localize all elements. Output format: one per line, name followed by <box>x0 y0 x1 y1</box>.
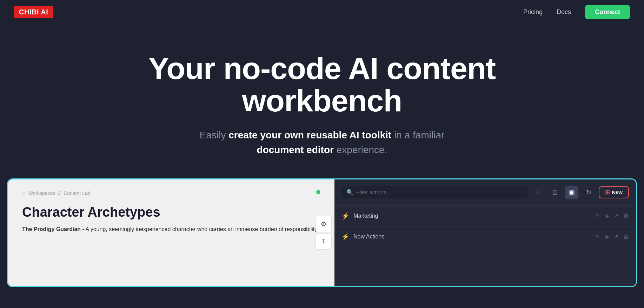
hero-title-line2: workbench <box>242 83 402 118</box>
connect-button[interactable]: Connect <box>585 5 630 19</box>
edit-icon-marketing[interactable]: ✎ <box>595 212 600 219</box>
breadcrumb-separator: // <box>58 190 61 196</box>
action-item-marketing[interactable]: ⚡ Marketing ✎ ◈ ↗ 🗑 <box>334 206 636 227</box>
hero-subtitle-bold1: create your own reusable AI toolkit <box>228 130 391 140</box>
settings-icon: ⚙ <box>321 220 326 228</box>
logo[interactable]: CHIBI AI <box>14 6 53 18</box>
hero-subtitle-bold2: document editor <box>257 144 334 155</box>
editor-toolbar: ⚙ T <box>313 213 334 253</box>
trash-icon-new-actions[interactable]: 🗑 <box>623 234 629 240</box>
layout-button[interactable]: ▣ <box>565 186 578 199</box>
cube-icon-marketing[interactable]: ◈ <box>605 212 609 219</box>
navbar: CHIBI AI Pricing Docs Connect <box>0 0 644 24</box>
body-bold: The Prodigy Guardian <box>22 226 81 232</box>
actions-toolbar: 🔍 ♡ ⊡ ▣ ↻ ⊞ New <box>334 179 636 206</box>
lightning-icon-new-actions: ⚡ <box>341 233 349 241</box>
editor-panel: ⌂ Workspaces // Content Lab Character Ar… <box>8 179 334 286</box>
refresh-button[interactable]: ↻ <box>582 186 595 199</box>
cube-icon-new-actions[interactable]: ◈ <box>605 233 609 240</box>
hero-section: Your no-code AI content workbench Easily… <box>0 24 644 178</box>
layout-icon: ▣ <box>569 189 575 196</box>
demo-window: ⌂ Workspaces // Content Lab Character Ar… <box>7 178 637 287</box>
document-title[interactable]: Character Archetypes <box>22 205 320 220</box>
settings-toolbar-button[interactable]: ⚙ <box>316 216 332 232</box>
action-icons-marketing: ✎ ◈ ↗ 🗑 <box>595 212 629 219</box>
breadcrumb-current: Content Lab <box>64 190 90 196</box>
folder-button[interactable]: ⊡ <box>548 186 562 199</box>
text-toolbar-button[interactable]: T <box>316 234 332 250</box>
heart-button[interactable]: ♡ <box>531 186 545 199</box>
hero-subtitle-prefix: Easily <box>200 130 228 140</box>
actions-panel: 🔍 ♡ ⊡ ▣ ↻ ⊞ New ⚡ Marketing <box>334 179 636 286</box>
export-icon-new-actions[interactable]: ↗ <box>614 233 618 240</box>
pricing-link[interactable]: Pricing <box>523 8 543 16</box>
hero-subtitle: Easily create your own reusable AI toolk… <box>14 128 630 157</box>
home-icon: ⌂ <box>22 190 26 196</box>
search-icon: 🔍 <box>346 189 353 196</box>
breadcrumb-workspaces: Workspaces <box>28 190 55 196</box>
online-indicator <box>316 190 320 194</box>
breadcrumb: ⌂ Workspaces // Content Lab <box>22 190 320 196</box>
text-icon: T <box>322 238 326 245</box>
hero-subtitle-middle: in a familiar <box>391 130 444 140</box>
lightning-icon-marketing: ⚡ <box>341 212 349 220</box>
action-item-new-actions[interactable]: ⚡ New Actions ✎ ◈ ↗ 🗑 <box>334 227 636 247</box>
edit-icon-new-actions[interactable]: ✎ <box>595 233 600 240</box>
search-container: 🔍 <box>341 186 528 198</box>
hero-subtitle-suffix: experience. <box>334 144 387 155</box>
filter-actions-input[interactable] <box>356 189 523 195</box>
action-icons-new-actions: ✎ ◈ ↗ 🗑 <box>595 233 629 240</box>
new-button[interactable]: ⊞ New <box>599 186 629 198</box>
body-text: - A young, seemingly inexperienced chara… <box>81 226 318 232</box>
docs-link[interactable]: Docs <box>557 8 571 16</box>
hero-title-line1: Your no-code AI content <box>148 51 496 86</box>
export-icon-marketing[interactable]: ↗ <box>614 212 618 219</box>
new-button-label: New <box>612 189 623 195</box>
heart-icon: ♡ <box>535 189 541 196</box>
hero-title: Your no-code AI content workbench <box>14 52 630 117</box>
refresh-icon: ↻ <box>586 189 591 196</box>
action-label-marketing: Marketing <box>353 213 591 219</box>
trash-icon-marketing[interactable]: 🗑 <box>623 213 629 219</box>
plus-icon: ⊞ <box>605 189 610 196</box>
action-label-new-actions: New Actions <box>353 234 591 240</box>
document-body: The Prodigy Guardian - A young, seemingl… <box>22 225 320 234</box>
nav-right: Pricing Docs Connect <box>523 5 630 19</box>
folder-icon: ⊡ <box>552 189 558 196</box>
